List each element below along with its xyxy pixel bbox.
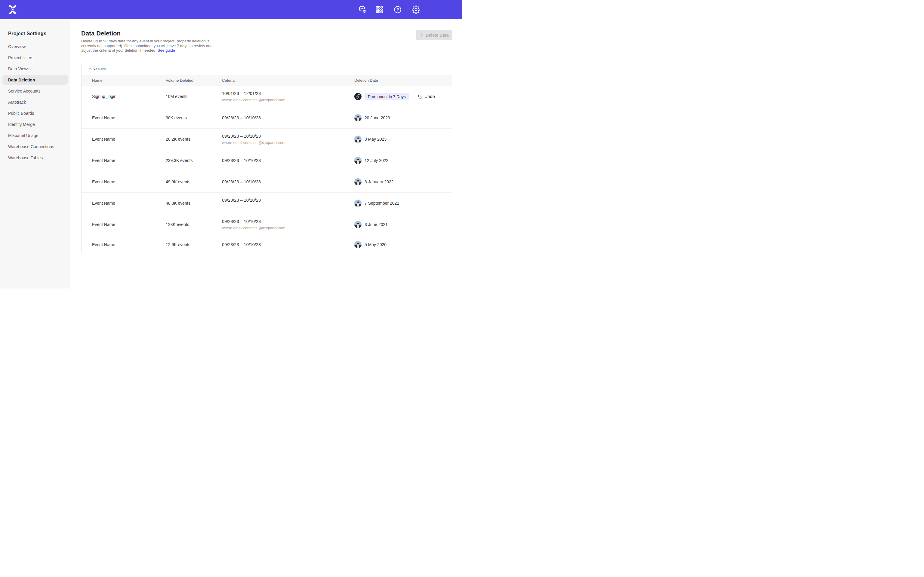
row-name: Event Name — [92, 222, 166, 227]
row-criteria: 09/23/23 – 10/10/23 — [222, 115, 354, 121]
row-volume: 30K events — [166, 115, 222, 120]
deletion-requests-card: 5 Results Name Volume Deleted Criteria D… — [81, 63, 452, 254]
undo-label: Undo — [425, 94, 435, 99]
sidebar-nav: Overview Project Users Data Views Data D… — [0, 41, 70, 163]
row-criteria: 09/23/23 – 10/10/23 — [222, 197, 354, 203]
help-icon[interactable]: ? — [393, 5, 402, 14]
row-name: Event Name — [92, 242, 166, 247]
user-avatar — [354, 157, 362, 164]
row-criteria-subtext: where email contains @mixpanel.com — [222, 226, 354, 230]
table-row: Event Name 12.9K events 09/23/23 – 10/10… — [81, 235, 452, 254]
description-text: Delete up to 90 days data for any event … — [81, 39, 212, 53]
row-volume: 20.2K events — [166, 137, 222, 142]
results-count: 5 Results — [81, 63, 452, 75]
col-header-volume: Volume Deleted — [166, 78, 222, 83]
page-description: Delete up to 90 days data for any event … — [81, 39, 214, 53]
row-name: Event Name — [92, 201, 166, 206]
row-name: Event Name — [92, 115, 166, 120]
deletion-date: 12 July 2022 — [365, 158, 388, 163]
user-avatar — [354, 93, 362, 100]
row-criteria: 09/23/23 – 10/10/23 — [222, 242, 354, 247]
undo-button[interactable]: Undo — [417, 94, 435, 99]
row-criteria-subtext: where email contains @mixpanel.com — [222, 140, 354, 145]
table-row: Event Name 49.9K events 09/23/23 – 10/10… — [81, 171, 452, 193]
deletion-date: 3 June 2021 — [365, 222, 388, 227]
sidebar-item-data-views[interactable]: Data Views — [0, 63, 70, 74]
table-row: Event Name 48.3K events 09/23/23 – 10/10… — [81, 193, 452, 214]
table-row: Event Name 30K events 09/23/23 – 10/10/2… — [81, 107, 452, 129]
plus-icon — [419, 33, 423, 37]
sidebar-item-warehouse-tables[interactable]: Warehouse Tables — [0, 152, 70, 163]
top-navigation-bar: ? — [0, 0, 462, 19]
deletion-date: 5 May 2020 — [365, 242, 386, 247]
deletion-date: 3 January 2022 — [365, 179, 394, 184]
sidebar-item-data-deletion[interactable]: Data Deletion — [2, 75, 68, 85]
sidebar-item-identity-merge[interactable]: Identity Merge — [0, 119, 70, 130]
deletion-date: 3 May 2023 — [365, 137, 386, 142]
table-row: Event Name 20.2K events 09/23/23 – 10/10… — [81, 129, 452, 150]
row-criteria: 09/23/23 – 10/10/23 — [222, 134, 354, 139]
undo-icon — [417, 94, 422, 99]
row-criteria: 09/23/23 – 10/10/23 — [222, 219, 354, 224]
user-avatar — [354, 178, 362, 185]
row-name: Event Name — [92, 158, 166, 163]
sidebar-item-warehouse-connections[interactable]: Warehouse Connections — [0, 141, 70, 152]
col-header-name: Name — [92, 78, 166, 83]
row-volume: 10M events — [166, 94, 222, 99]
row-criteria: 09/23/23 – 10/10/23 — [222, 179, 354, 185]
sidebar-item-mixpanel-usage[interactable]: Mixpanel Usage — [0, 130, 70, 141]
sidebar-item-overview[interactable]: Overview — [0, 41, 70, 52]
row-volume: 239.3K events — [166, 158, 222, 163]
apps-grid-icon[interactable] — [375, 5, 383, 14]
col-header-deletion-date: Deletion Date — [354, 78, 452, 83]
user-avatar — [354, 221, 362, 228]
sidebar-item-service-accounts[interactable]: Service Accounts — [0, 85, 70, 97]
sidebar-item-public-boards[interactable]: Public Boards — [0, 108, 70, 119]
table-row: Signup_login 10M events 10/01/23 – 12/01… — [81, 86, 452, 107]
settings-gear-icon[interactable] — [412, 5, 420, 14]
mixpanel-logo-icon[interactable] — [9, 5, 17, 14]
table-row: Event Name 239.3K events 09/23/23 – 10/1… — [81, 150, 452, 171]
row-criteria-subtext — [222, 205, 354, 209]
row-volume: 12.9K events — [166, 242, 222, 247]
sidebar-title: Project Settings — [8, 31, 46, 36]
delete-data-label: Delete Data — [426, 33, 449, 37]
user-avatar — [354, 135, 362, 143]
row-volume: 123K events — [166, 222, 222, 227]
sidebar-item-project-users[interactable]: Project Users — [0, 52, 70, 63]
svg-text:?: ? — [396, 7, 399, 12]
col-header-criteria: Criteria — [222, 78, 354, 83]
table-row: Event Name 123K events 09/23/23 – 10/10/… — [81, 214, 452, 235]
table-header-row: Name Volume Deleted Criteria Deletion Da… — [81, 75, 452, 86]
data-management-icon[interactable] — [359, 5, 367, 14]
deletion-date: 7 September 2021 — [365, 201, 399, 206]
sidebar-item-autotrack[interactable]: Autotrack — [0, 97, 70, 108]
row-name: Signup_login — [92, 94, 166, 99]
page-title: Data Deletion — [81, 30, 121, 37]
user-avatar — [354, 114, 362, 121]
row-criteria-subtext: where email contains @mixpanel.com — [222, 98, 354, 103]
see-guide-link[interactable]: See guide — [158, 48, 175, 53]
project-settings-page: ? Project Settings Overview Project User… — [0, 0, 462, 288]
user-avatar — [354, 241, 362, 248]
user-avatar — [354, 200, 362, 207]
status-badge: Permanent in 7 Days — [365, 93, 409, 100]
row-criteria: 09/23/23 – 10/10/23 — [222, 158, 354, 163]
row-name: Event Name — [92, 137, 166, 142]
row-volume: 49.9K events — [166, 179, 222, 184]
row-criteria: 10/01/23 – 12/01/23 — [222, 91, 354, 96]
deletion-date: 20 June 2023 — [365, 115, 390, 120]
settings-sidebar: Project Settings Overview Project Users … — [0, 19, 70, 288]
row-name: Event Name — [92, 179, 166, 184]
row-volume: 48.3K events — [166, 201, 222, 206]
delete-data-button[interactable]: Delete Data — [416, 30, 452, 40]
